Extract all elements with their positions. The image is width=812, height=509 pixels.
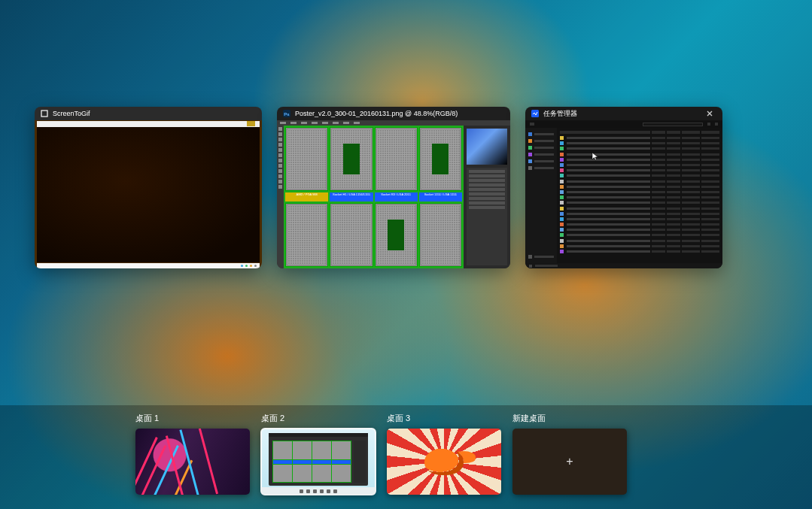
s2g-footer bbox=[37, 263, 260, 268]
desktop-3[interactable]: 桌面 3 bbox=[387, 413, 501, 495]
desktop-label: 桌面 2 bbox=[261, 413, 376, 424]
desktop-thumb bbox=[135, 429, 250, 495]
ps-toolbox bbox=[277, 126, 284, 268]
desktop-1[interactable]: 桌面 1 bbox=[135, 413, 250, 495]
tm-search bbox=[643, 123, 703, 126]
window-titlebar: ScreenToGif bbox=[35, 107, 262, 120]
window-preview bbox=[525, 120, 722, 268]
desktop-label: 新建桌面 bbox=[512, 413, 627, 424]
task-manager-icon bbox=[531, 110, 539, 117]
tm-toolbar bbox=[525, 120, 722, 128]
plus-icon: + bbox=[566, 455, 573, 468]
window-title: 任务管理器 bbox=[543, 109, 577, 119]
window-thumb-screentogif[interactable]: ScreenToGif bbox=[35, 107, 262, 268]
s2g-canvas bbox=[37, 127, 260, 262]
window-preview bbox=[35, 120, 262, 268]
socket-label: Socket 1151 / LGA 1151 bbox=[419, 192, 462, 201]
ps-panels bbox=[464, 126, 510, 268]
desktop-thumb: + bbox=[512, 429, 627, 495]
tm-sidebar bbox=[525, 128, 557, 263]
tm-statusbar bbox=[525, 263, 722, 268]
window-thumb-photoshop[interactable]: Ps Poster_v2.0_300-01_20160131.png @ 48.… bbox=[277, 107, 510, 268]
socket-label: Socket R3 / LGA 2011 bbox=[375, 192, 418, 201]
desktop-thumb bbox=[387, 429, 501, 495]
photoshop-icon: Ps bbox=[283, 110, 290, 117]
ps-menu-bar bbox=[277, 120, 510, 126]
svg-text:Ps: Ps bbox=[284, 112, 290, 117]
window-title: Poster_v2.0_300-01_20160131.png @ 48.8%(… bbox=[295, 110, 458, 117]
tm-process-table bbox=[557, 128, 722, 263]
desktop-thumb bbox=[261, 429, 376, 495]
window-titlebar: Ps Poster_v2.0_300-01_20160131.png @ 48.… bbox=[277, 107, 510, 120]
close-button[interactable] bbox=[703, 107, 716, 120]
virtual-desktop-strip: 桌面 1 桌面 2 桌面 3 新建桌面 + bbox=[0, 405, 812, 509]
ps-color-picker bbox=[467, 129, 507, 165]
desktop-label: 桌面 1 bbox=[135, 413, 250, 424]
open-windows-row: ScreenToGif Ps Poster_v2.0_300-01_201601… bbox=[35, 107, 777, 268]
new-desktop-button[interactable]: 新建桌面 + bbox=[512, 413, 627, 495]
window-preview: AMD / PGA 988 Socket H1 / LGA 1156/1155 … bbox=[277, 120, 510, 268]
svg-rect-0 bbox=[41, 111, 47, 117]
s2g-top-chrome bbox=[37, 121, 260, 127]
window-title: ScreenToGif bbox=[53, 110, 90, 117]
app-icon bbox=[41, 110, 48, 117]
desktop-label: 桌面 3 bbox=[387, 413, 501, 424]
desktop-2[interactable]: 桌面 2 bbox=[261, 413, 376, 495]
socket-label: AMD / PGA 988 bbox=[285, 192, 328, 201]
window-titlebar: 任务管理器 bbox=[525, 107, 722, 120]
socket-label: Socket H1 / LGA 1156/1155 bbox=[330, 192, 373, 201]
cursor-icon bbox=[592, 152, 599, 161]
ps-layers-panel bbox=[467, 168, 507, 265]
ps-canvas: AMD / PGA 988 Socket H1 / LGA 1156/1155 … bbox=[284, 126, 464, 268]
window-thumb-task-manager[interactable]: 任务管理器 bbox=[525, 107, 722, 268]
